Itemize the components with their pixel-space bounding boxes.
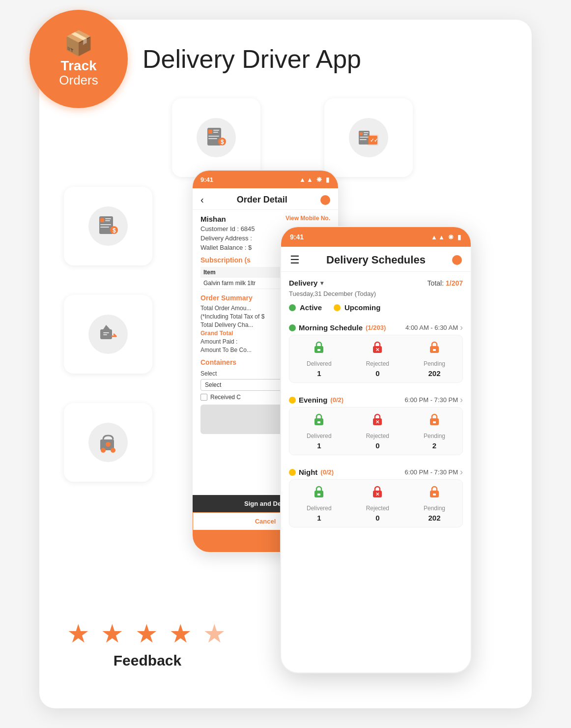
star-1: ★ xyxy=(67,619,92,648)
night-chevron[interactable]: › xyxy=(460,467,463,477)
app-title: Delivery Driver App xyxy=(143,44,361,74)
svg-text:$: $ xyxy=(113,227,116,234)
morning-delivered: Delivered 1 xyxy=(307,340,332,378)
hamburger-icon[interactable]: ☰ xyxy=(290,254,300,266)
active-dot xyxy=(289,304,296,311)
delivery-filter[interactable]: Delivery ▾ xyxy=(289,279,323,287)
svg-text:$: $ xyxy=(221,139,224,146)
svg-rect-10 xyxy=(364,132,369,133)
col-item: Item xyxy=(200,267,277,278)
svg-rect-28 xyxy=(103,334,107,335)
morning-dot xyxy=(289,324,296,331)
night-count: (0/2) xyxy=(320,468,334,476)
pending-value-morning: 202 xyxy=(428,369,440,378)
feedback-area: ★ ★ ★ ★ ★ Feedback xyxy=(64,619,231,669)
svg-rect-27 xyxy=(103,332,109,333)
svg-text:✕: ✕ xyxy=(375,419,379,425)
svg-point-34 xyxy=(111,448,115,453)
evening-delivered: Delivered 1 xyxy=(307,412,332,450)
feature-card-4[interactable] xyxy=(64,295,152,374)
delivery-charge-label: Total Delivery Cha... xyxy=(200,321,253,328)
svg-rect-18 xyxy=(100,218,104,222)
evening-schedule: Evening (0/2) 6:00 PM - 7:30 PM › Delive… xyxy=(289,391,463,455)
morning-name: Morning Schedule xyxy=(299,323,363,332)
pending-value-night: 202 xyxy=(428,514,440,522)
box-icon: 📦 xyxy=(64,29,93,57)
delivered-icon-morning xyxy=(312,340,326,358)
status-bar-back: 9:41 ▲▲ ❋ ▮ xyxy=(193,171,338,188)
delivery-schedules-title: Delivery Schedules xyxy=(326,254,426,266)
status-time-front: 9:41 xyxy=(290,233,304,241)
order-detail-header: ‹ Order Detail xyxy=(193,188,338,210)
dropdown-arrow: ▾ xyxy=(320,280,323,287)
night-time: 6:00 PM - 7:30 PM xyxy=(405,468,458,476)
back-arrow[interactable]: ‹ xyxy=(200,194,204,205)
rejected-icon-morning: ✕ xyxy=(370,340,385,358)
morning-schedule: Morning Schedule (1/203) 4:00 AM - 6:30 … xyxy=(289,319,463,383)
item-name: Galvin farm milk 1ltr xyxy=(200,278,277,289)
svg-point-33 xyxy=(101,448,106,453)
feature-icon-5 xyxy=(88,423,128,462)
delivered-label-night: Delivered xyxy=(307,505,332,512)
morning-rejected: ✕ Rejected 0 xyxy=(366,340,389,378)
evening-stats: Delivered 1 ✕ Rejected 0 Pending 2 xyxy=(289,407,463,455)
svg-text:✕: ✕ xyxy=(375,347,379,352)
rejected-label-morning: Rejected xyxy=(366,360,389,367)
night-name: Night xyxy=(299,468,317,476)
received-label: Received C xyxy=(210,394,241,401)
feature-card-5[interactable] xyxy=(64,403,152,482)
filter-row: Delivery ▾ Total: 1/207 xyxy=(289,279,463,287)
delivered-label-morning: Delivered xyxy=(307,360,332,367)
rejected-label-night: Rejected xyxy=(366,505,389,512)
received-checkbox[interactable] xyxy=(200,394,207,401)
select-value: Select xyxy=(205,381,221,388)
pending-label-morning: Pending xyxy=(424,360,445,367)
feature-card-1[interactable]: $ xyxy=(172,98,260,177)
total-value: 1/207 xyxy=(446,279,463,287)
order-detail-title: Order Detail xyxy=(237,195,287,205)
svg-rect-11 xyxy=(364,134,368,135)
filter-label: Delivery xyxy=(289,279,317,287)
feature-card-3[interactable]: $ xyxy=(64,187,152,265)
svg-text:✕: ✕ xyxy=(375,492,379,497)
star-half: ★ xyxy=(203,619,228,648)
svg-rect-46 xyxy=(433,421,436,423)
svg-rect-9 xyxy=(360,132,363,135)
delivered-value-morning: 1 xyxy=(317,369,321,378)
total-text: Total: xyxy=(428,279,444,287)
svg-marker-26 xyxy=(103,325,110,329)
pending-icon-evening xyxy=(427,412,442,431)
svg-rect-2 xyxy=(213,130,219,131)
star-4: ★ xyxy=(169,619,194,648)
rejected-value-evening: 0 xyxy=(375,441,379,450)
svg-rect-12 xyxy=(360,137,369,138)
svg-text:✓✓: ✓✓ xyxy=(370,138,378,143)
morning-chevron[interactable]: › xyxy=(460,322,463,333)
night-schedule: Night (0/2) 6:00 PM - 7:30 PM › Delivere… xyxy=(289,463,463,527)
pending-label-night: Pending xyxy=(424,505,445,512)
evening-dot xyxy=(289,397,296,404)
svg-rect-4 xyxy=(208,136,219,137)
delivered-label-evening: Delivered xyxy=(307,433,332,439)
signal-icons-back: ▲▲ ❋ ▮ xyxy=(299,176,330,183)
status-time-back: 9:41 xyxy=(200,176,213,183)
view-mobile-link[interactable]: View Mobile No. xyxy=(286,215,330,223)
badge-title: Track xyxy=(60,59,96,73)
evening-rejected: ✕ Rejected 0 xyxy=(366,412,389,450)
evening-count: (0/2) xyxy=(330,396,343,404)
pending-icon-morning xyxy=(427,340,442,358)
night-pending: Pending 202 xyxy=(424,485,445,522)
badge-subtitle: Orders xyxy=(59,73,98,88)
delivery-schedules-header: ☰ Delivery Schedules xyxy=(281,247,471,272)
feature-card-2[interactable]: ✓✓ xyxy=(324,98,413,177)
pending-label-evening: Pending xyxy=(424,433,445,439)
orange-dot-back xyxy=(320,195,330,205)
morning-count: (1/203) xyxy=(366,324,386,331)
feature-icon-3: $ xyxy=(88,206,128,246)
status-active: Active xyxy=(289,303,322,312)
evening-chevron[interactable]: › xyxy=(460,395,463,405)
night-rejected: ✕ Rejected 0 xyxy=(366,485,389,522)
svg-rect-5 xyxy=(208,138,217,139)
feature-icon-4 xyxy=(88,315,128,354)
status-legend: Active Upcoming xyxy=(289,303,463,312)
